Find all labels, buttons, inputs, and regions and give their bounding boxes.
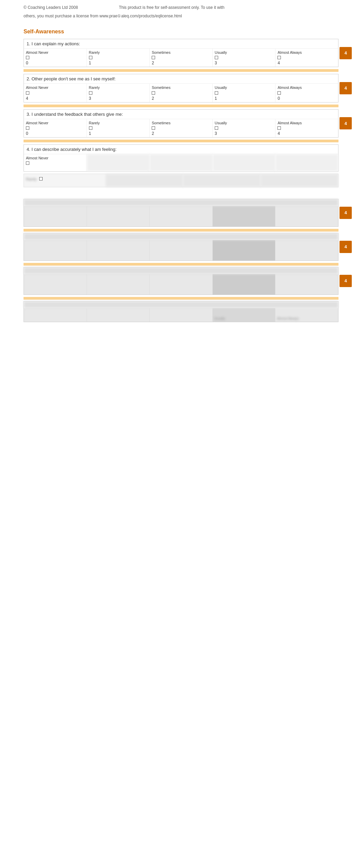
option-usually: Usually 3 (213, 119, 276, 137)
question-2-text: 2. Other people don't see me as I see my… (24, 74, 338, 84)
checkbox-q3-2[interactable] (152, 126, 155, 130)
checkbox-q2-2[interactable] (152, 91, 155, 95)
score-badge-q2: 4 (340, 82, 352, 94)
option-almost-never: Almost Never 4 (24, 84, 87, 102)
checkbox-q1-1[interactable] (89, 56, 92, 59)
option-rarely: Rarely 1 (87, 119, 150, 137)
option-sometimes-blurred (150, 154, 213, 171)
score-badge-blurred-2: 4 (340, 241, 352, 253)
checkbox-q3-1[interactable] (89, 126, 92, 130)
blurred-question-2: 4 (24, 233, 338, 261)
checkbox-q3-3[interactable] (215, 126, 218, 130)
checkbox-q2-4[interactable] (277, 91, 281, 95)
question-3: 3. I understand the feedback that others… (24, 109, 338, 138)
blurred-question-text-2 (24, 233, 338, 240)
option-almost-always: Almost Always 4 (275, 49, 338, 67)
checkbox-q2-1[interactable] (89, 91, 92, 95)
checkbox-q2-3[interactable] (215, 91, 218, 95)
checkbox-q1-4[interactable] (277, 56, 281, 59)
highlight-bar-blurred-1 (24, 229, 338, 232)
blurred-cell-2 (106, 174, 183, 187)
blurred-options-3 (24, 274, 338, 295)
option-rarely: Rarely 1 (87, 49, 150, 67)
copyright-text: © Coaching Leaders Ltd 2008 (24, 5, 78, 10)
blurred-question-3: 4 (24, 267, 338, 295)
blurred-gap-1: Rarely (24, 174, 338, 187)
score-badge-blurred-1: 4 (340, 207, 352, 219)
question-4-options: Almost Never (24, 154, 338, 171)
option-almost-never: Almost Never 0 (24, 49, 87, 67)
question-4: 4. I can describe accurately what I am f… (24, 144, 338, 172)
checkbox-q3-0[interactable] (26, 126, 29, 130)
option-sometimes: Sometimes 2 (150, 119, 213, 137)
blurred-options-1 (24, 206, 338, 226)
license-text-full: others, you must purchase a license from… (24, 14, 182, 18)
highlight-bar-q1 (24, 69, 338, 72)
blurred-options-2 (24, 240, 338, 261)
highlight-bar-q3 (24, 140, 338, 142)
option-almost-never: Almost Never 0 (24, 119, 87, 137)
question-1: 1. I can explain my actions: Almost Neve… (24, 39, 338, 67)
blurred-question-text-4 (24, 301, 338, 308)
blurred-label-almost-always: Almost Always (277, 317, 299, 320)
checkbox-q4-1[interactable] (39, 177, 43, 180)
option-sometimes: Sometimes 2 (150, 49, 213, 67)
question-1-options: Almost Never 0 Rarely 1 Sometimes 2 Usua… (24, 49, 338, 67)
checkbox-q1-0[interactable] (26, 56, 29, 59)
score-badge-q1: 4 (340, 47, 352, 59)
option-usually: Usually 1 (213, 84, 276, 102)
option-almost-always-blurred (275, 154, 338, 171)
option-usually-blurred (213, 154, 276, 171)
blurred-question-text-3 (24, 267, 338, 274)
blurred-cell-4 (261, 174, 338, 187)
checkbox-q1-3[interactable] (215, 56, 218, 59)
section-title: Self-Awareness (24, 29, 338, 35)
blurred-options-4: Usually Almost Always (24, 308, 338, 322)
score-badge-blurred-3: 4 (340, 275, 352, 287)
checkbox-q1-2[interactable] (152, 56, 155, 59)
option-almost-never: Almost Never (24, 154, 87, 171)
question-1-text: 1. I can explain my actions: (24, 39, 338, 49)
highlight-bar-q2 (24, 105, 338, 107)
question-3-text: 3. I understand the feedback that others… (24, 110, 338, 119)
blurred-question-1: 4 (24, 199, 338, 227)
question-3-options: Almost Never 0 Rarely 1 Sometimes 2 Usua… (24, 119, 338, 137)
question-2-options: Almost Never 4 Rarely 3 Sometimes 2 Usua… (24, 84, 338, 102)
checkbox-q4-0[interactable] (26, 161, 29, 165)
blurred-label-1: Rarely (24, 174, 106, 187)
option-usually: Usually 3 (213, 49, 276, 67)
highlight-bar-blurred-2 (24, 263, 338, 266)
question-2: 2. Other people don't see me as I see my… (24, 74, 338, 102)
question-4-text: 4. I can describe accurately what I am f… (24, 145, 338, 154)
highlight-bar-blurred-3 (24, 297, 338, 300)
option-sometimes: Sometimes 2 (150, 84, 213, 102)
blurred-cell-3 (183, 174, 261, 187)
score-badge-q3: 4 (340, 117, 352, 129)
blurred-question-4: Usually Almost Always (24, 301, 338, 322)
option-almost-always: Almost Always 0 (275, 84, 338, 102)
license-text-short: This product is free for self-assessment… (119, 5, 225, 10)
option-almost-always: Almost Always 4 (275, 119, 338, 137)
checkbox-q3-4[interactable] (277, 126, 281, 130)
blurred-label-usually: Usually (214, 317, 225, 320)
checkbox-q2-0[interactable] (26, 91, 29, 95)
blurred-question-text-1 (24, 199, 338, 206)
option-rarely: Rarely 3 (87, 84, 150, 102)
header-section: © Coaching Leaders Ltd 2008 This product… (0, 0, 362, 13)
option-rarely-blurred (87, 154, 150, 171)
